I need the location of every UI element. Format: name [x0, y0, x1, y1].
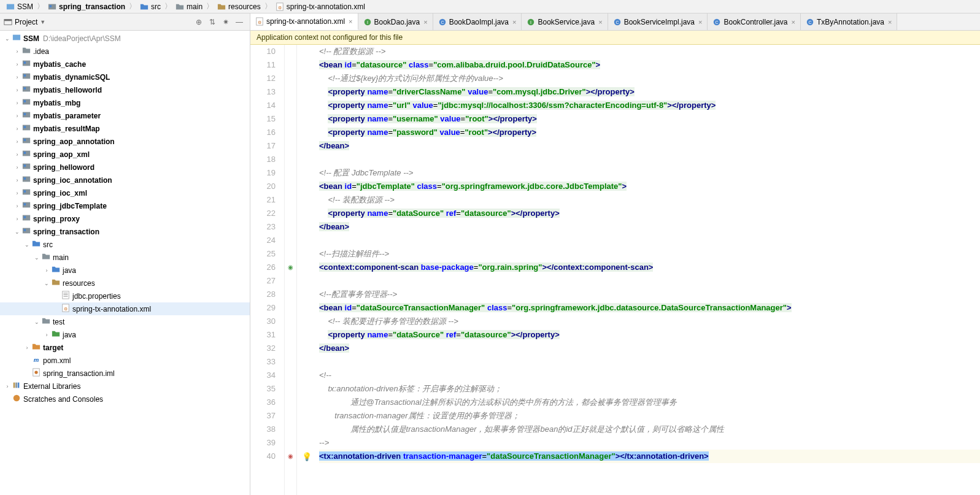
- code-line[interactable]: <!--: [319, 369, 980, 382]
- tree-item[interactable]: spring_transaction.iml: [0, 367, 250, 380]
- code-line[interactable]: <context:component-scan base-package="or…: [319, 261, 980, 274]
- code-line[interactable]: <property name="driverClassName" value="…: [319, 85, 980, 99]
- code-line[interactable]: [319, 274, 980, 288]
- tree-arrow-icon[interactable]: ›: [14, 139, 21, 145]
- tree-arrow-icon[interactable]: ⌄: [23, 242, 31, 248]
- close-icon[interactable]: ×: [792, 18, 795, 26]
- tree-item[interactable]: ⚙spring-tx-annotation.xml: [0, 302, 250, 315]
- code-line[interactable]: </bean>: [319, 139, 980, 153]
- tree-item[interactable]: ›spring_jdbcTemplate: [0, 199, 250, 212]
- code-line[interactable]: <!--通过${key}的方式访问外部属性文件的value-->: [319, 72, 980, 85]
- tree-item[interactable]: ›spring_ioc_annotation: [0, 174, 250, 186]
- close-icon[interactable]: ×: [423, 18, 427, 26]
- breadcrumb-item[interactable]: src: [137, 2, 163, 11]
- tree-item[interactable]: ›.idea: [0, 45, 250, 58]
- code-line[interactable]: <bean id="jdbcTemplate" class="org.sprin…: [319, 180, 980, 193]
- editor-tab[interactable]: CBookServiceImpl.java×: [608, 13, 708, 30]
- tree-arrow-icon[interactable]: ›: [43, 332, 50, 338]
- project-tree[interactable]: ⌄SSMD:\ideaPorject\Apr\SSM›.idea›mybatis…: [0, 31, 250, 495]
- tree-item[interactable]: ›External Libraries: [0, 380, 250, 393]
- tree-item[interactable]: ⌄resources: [0, 277, 250, 290]
- tree-arrow-icon[interactable]: ›: [14, 203, 21, 209]
- tree-arrow-icon[interactable]: ›: [14, 152, 21, 158]
- close-icon[interactable]: ×: [698, 18, 702, 26]
- code-line[interactable]: <property name="dataSource" ref="datasou…: [319, 328, 980, 342]
- tree-item[interactable]: ›mybatis_helloworld: [0, 83, 250, 96]
- tree-arrow-icon[interactable]: ›: [14, 177, 21, 183]
- tree-item[interactable]: ›spring_aop_annotation: [0, 135, 250, 148]
- tree-item[interactable]: ⌄SSMD:\ideaPorject\Apr\SSM: [0, 32, 250, 45]
- tree-item[interactable]: ›spring_proxy: [0, 212, 250, 225]
- breadcrumb-item[interactable]: resources: [215, 2, 263, 11]
- tree-item[interactable]: ›mybatis_resultMap: [0, 122, 250, 135]
- code-line[interactable]: <!--配置事务管理器-->: [319, 288, 980, 301]
- close-icon[interactable]: ×: [888, 18, 892, 26]
- tree-item[interactable]: ›target: [0, 341, 250, 354]
- tree-item[interactable]: ›spring_helloword: [0, 161, 250, 174]
- code-line[interactable]: [319, 355, 980, 369]
- code-line[interactable]: 通过@Transactional注解所标识的方法或标识的类中所有的方法，都会被事…: [319, 396, 980, 409]
- code-line[interactable]: <bean id="datasource" class="com.alibaba…: [319, 58, 980, 72]
- tree-item[interactable]: ›mybatis_parameter: [0, 109, 250, 122]
- editor-tab[interactable]: CBookController.java×: [708, 13, 801, 30]
- code-line[interactable]: <!-- 配置 JdbcTemplate -->: [319, 166, 980, 180]
- locate-icon[interactable]: ⊕: [193, 17, 204, 28]
- dropdown-arrow-icon[interactable]: ▼: [40, 19, 45, 25]
- editor-tab[interactable]: IBookService.java×: [522, 13, 608, 30]
- close-icon[interactable]: ×: [512, 18, 516, 26]
- tree-arrow-icon[interactable]: ›: [43, 267, 50, 274]
- tree-arrow-icon[interactable]: ›: [14, 100, 21, 106]
- tree-item[interactable]: jdbc.properties: [0, 290, 250, 302]
- tree-arrow-icon[interactable]: ⌄: [14, 229, 21, 235]
- tree-arrow-icon[interactable]: ›: [23, 345, 31, 351]
- tree-item[interactable]: mpom.xml: [0, 354, 250, 367]
- settings-icon[interactable]: ✷: [220, 17, 231, 28]
- tree-arrow-icon[interactable]: ›: [14, 190, 21, 196]
- tree-arrow-icon[interactable]: ›: [14, 113, 21, 119]
- code-line[interactable]: [319, 153, 980, 166]
- tree-item[interactable]: ›spring_aop_xml: [0, 148, 250, 161]
- code-line[interactable]: <!-- 装配要进行事务管理的数据源 -->: [319, 315, 980, 328]
- code-line[interactable]: <!-- 配置数据源 -->: [319, 45, 980, 58]
- tree-arrow-icon[interactable]: ›: [14, 164, 21, 171]
- code-line[interactable]: tx:annotation-driven标签：开启事务的注解驱动；: [319, 382, 980, 396]
- code-line[interactable]: transaction-manager属性：设置使用的事务管理器；: [319, 409, 980, 423]
- editor-tab[interactable]: CBookDaoImpl.java×: [433, 13, 522, 30]
- code-line[interactable]: 💡<tx:annotation-driven transaction-manag…: [319, 450, 980, 463]
- code-line[interactable]: </bean>: [319, 220, 980, 234]
- tree-arrow-icon[interactable]: ›: [14, 87, 21, 93]
- tree-item[interactable]: ⌄src: [0, 238, 250, 251]
- tree-arrow-icon[interactable]: ›: [4, 383, 11, 389]
- code-line[interactable]: -->: [319, 436, 980, 450]
- editor-tab[interactable]: CTxByAnnotation.java×: [801, 13, 898, 30]
- tree-arrow-icon[interactable]: ⌄: [33, 319, 41, 325]
- tree-item[interactable]: ⌄test: [0, 315, 250, 328]
- code-line[interactable]: 属性的默认值是transactionManager，如果事务管理器bean的id…: [319, 423, 980, 436]
- tree-arrow-icon[interactable]: ⌄: [4, 36, 11, 42]
- tree-arrow-icon[interactable]: ›: [14, 216, 21, 222]
- tree-arrow-icon[interactable]: ⌄: [33, 255, 41, 261]
- intention-bulb-icon[interactable]: 💡: [302, 450, 312, 464]
- tree-arrow-icon[interactable]: ›: [14, 126, 21, 132]
- hide-icon[interactable]: —: [234, 17, 245, 28]
- code-line[interactable]: <property name="dataSource" ref="datasou…: [319, 207, 980, 220]
- tree-item[interactable]: ›java: [0, 264, 250, 277]
- tree-arrow-icon[interactable]: ›: [14, 74, 21, 80]
- tree-item[interactable]: ⌄spring_transaction: [0, 225, 250, 238]
- tree-item[interactable]: Scratches and Consoles: [0, 393, 250, 405]
- close-icon[interactable]: ×: [598, 18, 602, 26]
- breadcrumb-item[interactable]: main: [173, 2, 205, 11]
- code-line[interactable]: [319, 234, 980, 247]
- code-editor[interactable]: 1011121314151617181920212223242526272829…: [250, 45, 980, 495]
- breadcrumb-item[interactable]: ⚙spring-tx-annotation.xml: [273, 2, 368, 11]
- tree-item[interactable]: ›mybatis_dynamicSQL: [0, 71, 250, 83]
- tree-arrow-icon[interactable]: ⌄: [43, 280, 50, 286]
- tree-arrow-icon[interactable]: ›: [14, 48, 21, 55]
- context-warning-bar[interactable]: Application context not configured for t…: [250, 31, 980, 45]
- tree-arrow-icon[interactable]: ›: [14, 61, 21, 67]
- code-line[interactable]: <!--扫描注解组件-->: [319, 247, 980, 261]
- close-icon[interactable]: ×: [349, 18, 352, 25]
- editor-tab[interactable]: IBookDao.java×: [358, 13, 433, 30]
- tree-item[interactable]: ›mybatis_cache: [0, 58, 250, 71]
- expand-icon[interactable]: ⇅: [207, 17, 218, 28]
